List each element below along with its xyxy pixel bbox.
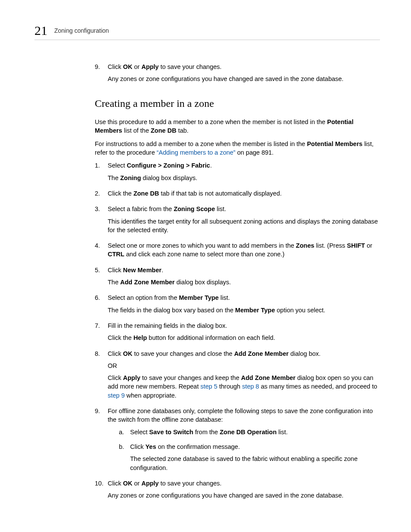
- text-run: list.: [219, 294, 230, 301]
- text-run: button for additional information on eac…: [147, 334, 275, 341]
- step-item: 4.Select one or more zones to which you …: [95, 241, 380, 259]
- step-item: 7.Fill in the remaining fields in the di…: [95, 321, 380, 342]
- text-run: Fill in the remaining fields in the dial…: [108, 322, 227, 329]
- text-run: Zoning: [120, 174, 141, 181]
- text-run: Potential Members: [307, 140, 362, 147]
- pre-step-list: 9.Click OK or Apply to save your changes…: [95, 62, 380, 84]
- text-run: dialog box displays.: [175, 279, 231, 286]
- text-run: The: [108, 279, 120, 286]
- text-run: when appropriate.: [125, 392, 177, 399]
- step-item: 9.For offline zone databases only, compl…: [95, 407, 380, 472]
- list-marker: 10.: [95, 479, 106, 488]
- list-marker: 4.: [95, 241, 106, 250]
- step-item: 5.Click New Member.The Add Zone Member d…: [95, 266, 380, 287]
- step-paragraph: The Zoning dialog box displays.: [108, 174, 380, 182]
- step-paragraph: For offline zone databases only, complet…: [108, 407, 380, 424]
- text-run: Zone DB: [134, 190, 159, 197]
- text-run: OK: [123, 350, 132, 357]
- list-marker: a.: [119, 428, 124, 436]
- step-paragraph: Select Configure > Zoning > Fabric.: [108, 161, 380, 170]
- list-marker: 3.: [95, 205, 106, 213]
- text-run: Click the: [108, 190, 134, 197]
- step-paragraph: Any zones or zone configurations you hav…: [108, 491, 380, 500]
- text-run: Add Zone Member: [120, 279, 174, 286]
- list-marker: 6.: [95, 293, 106, 302]
- text-run: For offline zone databases only, complet…: [108, 408, 373, 423]
- step-item: 6.Select an option from the Member Type …: [95, 293, 380, 314]
- cross-ref-link[interactable]: step 9: [108, 392, 125, 399]
- text-run: Zones: [296, 242, 314, 249]
- text-run: The selected zone database is saved to t…: [130, 455, 358, 471]
- doc-page: 21 Zoning configuration 9.Click OK or Ap…: [0, 0, 411, 532]
- step-paragraph: This identifies the target entity for al…: [108, 217, 380, 235]
- text-run: .: [162, 267, 163, 274]
- text-run: Select a fabric from the: [108, 205, 174, 212]
- chapter-number: 21: [34, 24, 47, 37]
- text-run: The: [108, 174, 120, 181]
- sub-step-paragraph: Click Yes on the confirmation message.: [130, 442, 380, 451]
- text-run: Add Zone Member: [241, 374, 296, 381]
- intro-paragraph: For instructions to add a member to a zo…: [95, 140, 380, 157]
- text-run: tab.: [176, 127, 188, 134]
- text-run: Add Zone Member: [234, 350, 288, 357]
- list-marker: 9.: [95, 407, 106, 415]
- text-run: list.: [277, 429, 288, 436]
- sub-step-list: a.Select Save to Switch from the Zone DB…: [119, 428, 380, 472]
- text-run: SHIFT: [347, 242, 365, 249]
- text-run: Click: [108, 63, 123, 70]
- step-paragraph: Click Apply to save your changes and kee…: [108, 373, 380, 400]
- step-paragraph: Fill in the remaining fields in the dial…: [108, 321, 380, 330]
- text-run: and click each zone name to select more …: [125, 251, 285, 258]
- text-run: OR: [108, 362, 117, 369]
- text-run: Configure > Zoning > Fabric: [127, 162, 210, 169]
- text-run: Any zones or zone configurations you hav…: [108, 75, 343, 82]
- step-list: 1.Select Configure > Zoning > Fabric.The…: [95, 161, 380, 500]
- cross-ref-link[interactable]: “Adding members to a zone”: [156, 149, 235, 156]
- page-content: 9.Click OK or Apply to save your changes…: [34, 62, 380, 500]
- text-run: Click: [108, 480, 123, 487]
- text-run: or: [365, 242, 372, 249]
- running-header: 21 Zoning configuration: [34, 24, 380, 40]
- text-run: Click: [130, 443, 145, 450]
- sub-step-item: b.Click Yes on the confirmation message.…: [119, 442, 380, 472]
- text-run: to save your changes.: [159, 480, 221, 487]
- chapter-title: Zoning configuration: [54, 27, 109, 37]
- step-paragraph: Any zones or zone configurations you hav…: [108, 75, 380, 83]
- cross-ref-link[interactable]: step 8: [242, 383, 259, 390]
- sub-step-paragraph: The selected zone database is saved to t…: [130, 454, 380, 472]
- cross-ref-link[interactable]: step 5: [200, 383, 218, 390]
- text-run: Yes: [145, 443, 156, 450]
- text-run: on the confirmation message.: [156, 443, 240, 450]
- text-run: Click: [108, 267, 123, 274]
- step-paragraph: Click the Zone DB tab if that tab is not…: [108, 189, 380, 198]
- text-run: Any zones or zone configurations you hav…: [108, 492, 343, 499]
- text-run: to save your changes and close the: [132, 350, 234, 357]
- text-run: For instructions to add a member to a zo…: [95, 140, 307, 147]
- step-item: 8.Click OK to save your changes and clos…: [95, 349, 380, 400]
- intro-paragraphs: Use this procedure to add a member to a …: [95, 118, 380, 157]
- text-run: New Member: [123, 267, 161, 274]
- text-run: This identifies the target entity for al…: [108, 218, 378, 233]
- step-paragraph: The Add Zone Member dialog box displays.: [108, 278, 380, 286]
- step-item: 10.Click OK or Apply to save your change…: [95, 479, 380, 500]
- step-paragraph: The fields in the dialog box vary based …: [108, 306, 380, 314]
- text-run: or: [132, 480, 141, 487]
- text-run: list.: [215, 205, 226, 212]
- sub-step-paragraph: Select Save to Switch from the Zone DB O…: [130, 428, 380, 436]
- text-run: Click: [108, 374, 123, 381]
- step-paragraph: Click OK to save your changes and close …: [108, 349, 380, 358]
- step-item: 1.Select Configure > Zoning > Fabric.The…: [95, 161, 380, 182]
- step-paragraph: Click OK or Apply to save your changes.: [108, 479, 380, 488]
- list-marker: 5.: [95, 266, 106, 274]
- text-run: Click: [108, 350, 123, 357]
- text-run: Select one or more zones to which you wa…: [108, 242, 296, 249]
- section-heading: Creating a member in a zone: [95, 96, 380, 111]
- step-paragraph: Click the Help button for additional inf…: [108, 333, 380, 342]
- step-paragraph: Select one or more zones to which you wa…: [108, 241, 380, 259]
- list-marker: 9.: [95, 62, 106, 71]
- text-run: Click the: [108, 334, 134, 341]
- step-paragraph: Click New Member.: [108, 266, 380, 274]
- text-run: OK: [123, 63, 132, 70]
- step-paragraph: Select an option from the Member Type li…: [108, 293, 380, 302]
- list-marker: 2.: [95, 189, 106, 198]
